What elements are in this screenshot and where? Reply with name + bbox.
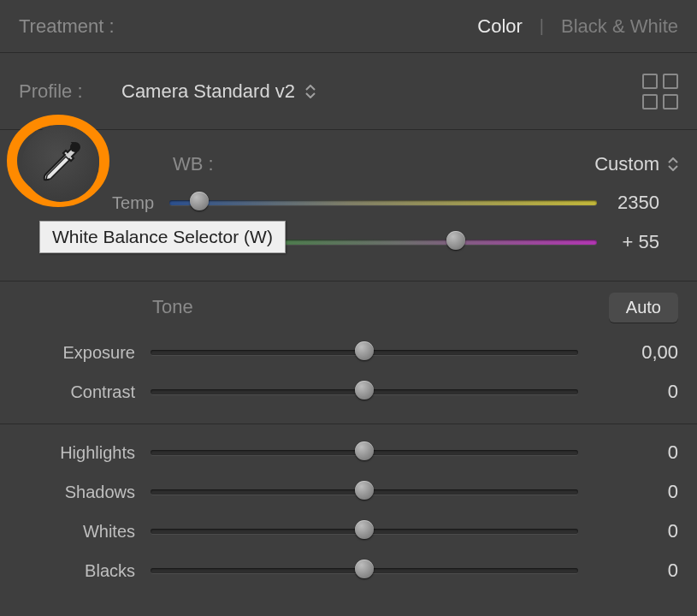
shadows-label: Shadows	[0, 483, 151, 502]
contrast-slider-row: Contrast 0	[0, 372, 697, 412]
profile-label: Profile :	[19, 80, 121, 103]
shadows-slider[interactable]	[151, 483, 578, 501]
temp-value[interactable]: 2350	[597, 192, 659, 214]
shadows-value[interactable]: 0	[578, 481, 678, 503]
blacks-thumb[interactable]	[355, 560, 374, 578]
temp-thumb[interactable]	[190, 192, 209, 210]
updown-icon	[668, 157, 678, 171]
blacks-label: Blacks	[0, 561, 151, 581]
temp-slider[interactable]	[169, 193, 597, 212]
treatment-label: Treatment :	[19, 15, 115, 38]
shadows-slider-row: Shadows 0	[0, 472, 697, 512]
whites-thumb[interactable]	[355, 520, 374, 539]
wb-preset-text: Custom	[594, 153, 659, 175]
updown-icon	[305, 85, 316, 98]
wb-eyedropper-tooltip: White Balance Selector (W)	[39, 221, 286, 253]
wb-preset-dropdown[interactable]: Custom	[594, 153, 678, 175]
whites-label: Whites	[0, 522, 151, 542]
contrast-value[interactable]: 0	[578, 381, 678, 403]
tone-auto-button[interactable]: Auto	[609, 293, 678, 323]
svg-point-1	[70, 142, 80, 152]
blacks-slider[interactable]	[151, 561, 578, 580]
wb-section: WB : Custom White Balance Selector (W) T…	[0, 130, 697, 281]
contrast-slider[interactable]	[151, 382, 578, 401]
profile-value-text: Camera Standard v2	[121, 80, 295, 103]
profile-browser-icon[interactable]	[642, 74, 678, 110]
highlights-value[interactable]: 0	[578, 441, 678, 464]
treatment-option-color[interactable]: Color	[477, 15, 523, 38]
highlights-slider[interactable]	[151, 443, 578, 462]
exposure-value[interactable]: 0,00	[578, 341, 678, 364]
exposure-slider[interactable]	[151, 343, 578, 362]
tone-section: Tone Auto Exposure 0,00 Contrast 0	[0, 281, 697, 424]
exposure-thumb[interactable]	[355, 341, 374, 360]
highlights-slider-row: Highlights 0	[0, 433, 697, 472]
treatment-option-bw[interactable]: Black & White	[561, 15, 678, 38]
eyedropper-icon	[37, 138, 85, 190]
blacks-slider-row: Blacks 0	[0, 551, 697, 590]
highlights-label: Highlights	[0, 443, 151, 463]
detail-section: Highlights 0 Shadows 0 Whites 0 Blacks	[0, 424, 697, 607]
tint-thumb[interactable]	[446, 231, 465, 250]
whites-value[interactable]: 0	[578, 520, 678, 542]
contrast-label: Contrast	[0, 382, 151, 402]
whites-slider-row: Whites 0	[0, 512, 697, 551]
contrast-thumb[interactable]	[355, 381, 374, 400]
tone-title: Tone	[152, 296, 193, 318]
white-balance-eyedropper-button[interactable]	[22, 125, 99, 202]
treatment-divider: |	[540, 16, 544, 36]
blacks-value[interactable]: 0	[578, 560, 678, 582]
tint-value[interactable]: + 55	[597, 231, 659, 253]
profile-dropdown[interactable]: Camera Standard v2	[121, 80, 316, 103]
wb-label: WB :	[173, 153, 214, 175]
whites-slider[interactable]	[151, 522, 578, 541]
exposure-slider-row: Exposure 0,00	[0, 333, 697, 372]
highlights-thumb[interactable]	[355, 441, 374, 460]
exposure-label: Exposure	[0, 343, 151, 363]
shadows-thumb[interactable]	[355, 481, 374, 500]
treatment-row: Treatment : Color | Black & White	[0, 0, 697, 53]
